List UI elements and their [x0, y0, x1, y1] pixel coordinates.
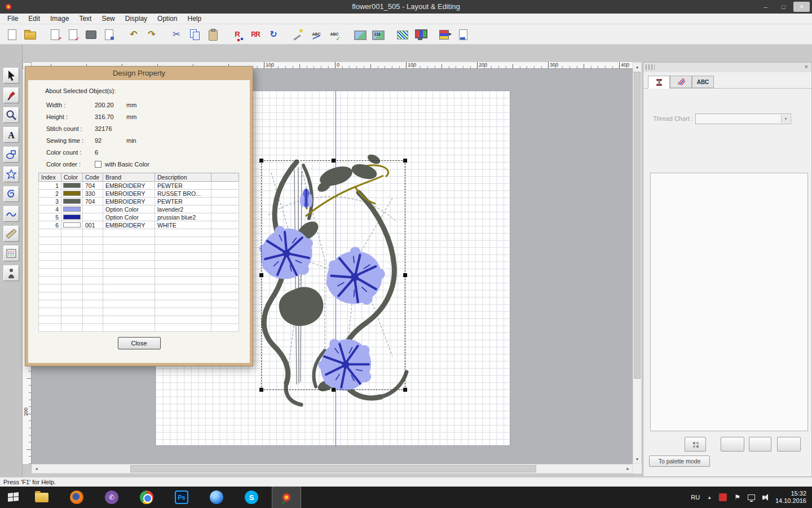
dialog-title[interactable]: Design Property — [25, 67, 253, 80]
horizontal-scrollbar[interactable]: ◂ ▸ — [32, 464, 633, 474]
shape-tool[interactable] — [3, 147, 19, 163]
taskbar-clock[interactable]: 15:32 14.10.2016 — [775, 490, 806, 505]
text-check-icon[interactable]: ABC — [326, 26, 343, 43]
design-settings-icon[interactable] — [290, 26, 307, 43]
cut-icon[interactable]: ✂ — [168, 26, 185, 43]
selection-handle[interactable] — [403, 273, 407, 277]
taskbar-photoshop[interactable]: Ps — [167, 487, 196, 508]
panel-button-1[interactable] — [721, 437, 744, 452]
paste-icon[interactable] — [204, 26, 221, 43]
thread-color-row[interactable]: 1704EMBROIDERYPEWTER — [39, 182, 239, 190]
taskbar-chrome[interactable] — [132, 487, 161, 508]
undo-icon[interactable]: ↶ — [125, 26, 142, 43]
taskbar-skype[interactable]: S — [237, 487, 266, 508]
scroll-right-icon[interactable]: ▸ — [624, 465, 632, 473]
menu-item-option[interactable]: Option — [152, 14, 182, 24]
maximize-button[interactable]: □ — [775, 2, 792, 12]
show-hidden-icons-icon[interactable]: ▲ — [707, 495, 712, 500]
with-basic-color-checkbox[interactable] — [95, 161, 102, 168]
image-to-stitch-icon[interactable]: 123 — [369, 26, 386, 43]
network-icon[interactable] — [748, 494, 755, 500]
selection-handle[interactable] — [403, 159, 407, 163]
taskbar-browser[interactable] — [202, 487, 231, 508]
menu-item-help[interactable]: Help — [182, 14, 206, 24]
volume-icon[interactable] — [762, 496, 765, 500]
vertical-scroll-thumb[interactable] — [634, 72, 641, 379]
selection-handle[interactable] — [332, 388, 336, 392]
taskbar-layout-editing-active[interactable] — [272, 487, 301, 508]
title-bar[interactable]: flower001_505 - Layout & Editing – □ × — [0, 0, 812, 14]
close-window-button[interactable]: × — [793, 2, 810, 12]
copy-icon[interactable] — [186, 26, 203, 43]
selection-handle[interactable] — [259, 388, 263, 392]
column-header-color[interactable]: Color — [61, 173, 83, 182]
open-file-icon[interactable] — [21, 26, 38, 43]
rotate-icon[interactable]: ↻ — [265, 26, 282, 43]
tray-red-app-icon[interactable] — [719, 493, 727, 501]
new-file-icon[interactable] — [3, 26, 20, 43]
menu-item-file[interactable]: File — [2, 14, 23, 24]
star-shape-tool[interactable] — [3, 167, 19, 182]
close-button[interactable]: Close — [118, 337, 161, 349]
thread-color-tab[interactable] — [648, 76, 670, 89]
sew-rr-icon[interactable]: RR — [247, 26, 264, 43]
text-sew-icon[interactable]: ABC — [308, 26, 325, 43]
taskbar-viber[interactable]: ✆ — [97, 487, 126, 508]
minimize-button[interactable]: – — [757, 2, 774, 12]
thread-color-row[interactable]: 5Option Colorprussian blue2 — [39, 213, 239, 221]
palette-grid-button[interactable] — [685, 437, 706, 452]
spiral-tool[interactable] — [3, 186, 19, 202]
text-tool[interactable]: A — [3, 127, 19, 143]
action-center-flag-icon[interactable]: ⚑ — [734, 493, 740, 501]
image-open-icon[interactable] — [351, 26, 368, 43]
panel-grip-icon[interactable] — [646, 64, 655, 70]
realistic-view-icon[interactable] — [412, 26, 429, 43]
thread-color-row[interactable]: 6001EMBROIDERYWHITE — [39, 221, 239, 229]
sew-region-icon[interactable]: R — [229, 26, 246, 43]
column-header-brand[interactable]: Brand — [103, 173, 155, 182]
to-palette-mode-button[interactable]: To palette mode — [649, 456, 710, 467]
manual-punch-tool[interactable] — [3, 206, 19, 222]
scroll-left-icon[interactable]: ◂ — [32, 465, 41, 473]
menu-item-edit[interactable]: Edit — [23, 14, 45, 24]
thread-color-row[interactable]: 4Option Colorlavender2 — [39, 205, 239, 213]
selection-handle[interactable] — [259, 273, 263, 277]
menu-item-image[interactable]: Image — [45, 14, 74, 24]
vertical-scrollbar[interactable]: ▴ ▾ — [633, 62, 642, 464]
point-edit-tool[interactable] — [3, 87, 19, 103]
card-writer-icon[interactable] — [82, 26, 99, 43]
panel-button-2[interactable] — [749, 437, 771, 452]
column-header-description[interactable]: Description — [155, 173, 211, 182]
thread-color-row[interactable]: 2330EMBROIDERYRUSSET BRO... — [39, 190, 239, 198]
stitch-display-tool[interactable] — [3, 246, 19, 261]
text-attributes-tab[interactable]: ABC — [692, 76, 714, 88]
column-header-code[interactable]: Code — [83, 173, 103, 182]
language-indicator[interactable]: RU — [691, 494, 700, 501]
stitch-attributes-tab[interactable] — [670, 76, 692, 88]
measure-tool[interactable] — [3, 226, 19, 242]
zoom-tool[interactable] — [3, 107, 19, 123]
horizontal-scroll-thumb[interactable] — [130, 465, 536, 472]
export-design-icon[interactable] — [64, 26, 81, 43]
column-header-index[interactable]: Index — [39, 173, 61, 182]
start-button[interactable] — [0, 487, 27, 508]
selection-handle[interactable] — [403, 388, 407, 392]
card-read-icon[interactable] — [100, 26, 117, 43]
selection-handle[interactable] — [259, 159, 263, 163]
menu-item-display[interactable]: Display — [120, 14, 152, 24]
taskbar-firefox[interactable] — [62, 487, 91, 508]
thread-chart-dropdown[interactable]: ▾ — [695, 113, 791, 124]
figure-handle-tool[interactable] — [3, 265, 19, 281]
menu-item-text[interactable]: Text — [74, 14, 96, 24]
stitch-view-icon[interactable] — [394, 26, 411, 43]
stitch-simulator-icon[interactable] — [436, 26, 453, 43]
taskbar-file-explorer[interactable] — [27, 487, 56, 508]
panel-title-strip[interactable]: × — [643, 63, 811, 72]
panel-close-icon[interactable]: × — [805, 63, 808, 70]
selection-bounding-box[interactable] — [261, 160, 405, 390]
scroll-down-icon[interactable]: ▾ — [633, 455, 641, 463]
menu-item-sew[interactable]: Sew — [96, 14, 120, 24]
chevron-down-icon[interactable]: ▾ — [781, 115, 790, 123]
selection-handle[interactable] — [332, 159, 336, 163]
select-tool[interactable] — [3, 68, 19, 84]
